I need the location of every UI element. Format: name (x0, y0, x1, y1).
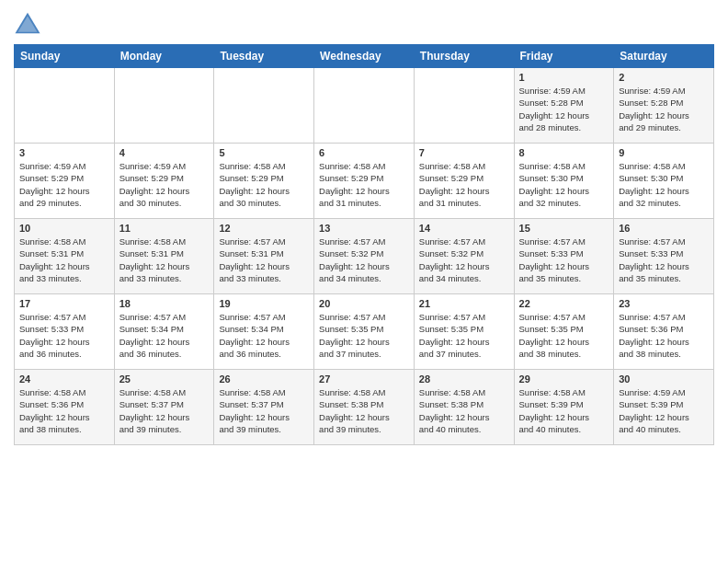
day-info: Sunrise: 4:58 AM Sunset: 5:39 PM Dayligh… (519, 386, 609, 435)
day-number: 18 (119, 298, 210, 309)
cell-week3-day1: 11Sunrise: 4:58 AM Sunset: 5:31 PM Dayli… (114, 219, 214, 294)
header-friday: Friday (514, 45, 614, 68)
day-number: 16 (619, 223, 709, 234)
day-info: Sunrise: 4:57 AM Sunset: 5:36 PM Dayligh… (619, 311, 709, 360)
cell-week3-day5: 15Sunrise: 4:57 AM Sunset: 5:33 PM Dayli… (514, 219, 614, 294)
cell-week4-day1: 18Sunrise: 4:57 AM Sunset: 5:34 PM Dayli… (114, 294, 214, 370)
day-info: Sunrise: 4:58 AM Sunset: 5:30 PM Dayligh… (519, 160, 609, 209)
cell-week3-day3: 13Sunrise: 4:57 AM Sunset: 5:32 PM Dayli… (314, 219, 415, 294)
cell-week4-day2: 19Sunrise: 4:57 AM Sunset: 5:34 PM Dayli… (214, 294, 314, 370)
day-number: 2 (619, 72, 709, 83)
day-number: 28 (419, 373, 509, 385)
cell-week1-day5: 1Sunrise: 4:59 AM Sunset: 5:28 PM Daylig… (514, 68, 614, 144)
day-number: 17 (19, 298, 109, 309)
day-number: 7 (419, 147, 509, 158)
logo-icon (14, 9, 41, 37)
day-info: Sunrise: 4:57 AM Sunset: 5:35 PM Dayligh… (319, 311, 409, 360)
day-info: Sunrise: 4:58 AM Sunset: 5:38 PM Dayligh… (319, 386, 409, 435)
cell-week4-day4: 21Sunrise: 4:57 AM Sunset: 5:35 PM Dayli… (414, 294, 514, 370)
day-info: Sunrise: 4:57 AM Sunset: 5:31 PM Dayligh… (219, 236, 309, 284)
cell-week1-day2 (214, 68, 314, 144)
weekday-header-row: Sunday Monday Tuesday Wednesday Thursday… (15, 45, 714, 68)
day-number: 26 (219, 373, 309, 385)
cell-week4-day5: 22Sunrise: 4:57 AM Sunset: 5:35 PM Dayli… (514, 294, 614, 370)
day-info: Sunrise: 4:59 AM Sunset: 5:29 PM Dayligh… (119, 160, 210, 209)
day-number: 22 (519, 298, 609, 309)
cell-week5-day6: 30Sunrise: 4:59 AM Sunset: 5:39 PM Dayli… (614, 370, 714, 445)
week-row-4: 17Sunrise: 4:57 AM Sunset: 5:33 PM Dayli… (15, 294, 714, 370)
header-saturday: Saturday (614, 45, 714, 68)
day-info: Sunrise: 4:57 AM Sunset: 5:33 PM Dayligh… (19, 311, 109, 360)
day-number: 3 (19, 147, 109, 158)
header-sunday: Sunday (15, 45, 115, 68)
cell-week5-day3: 27Sunrise: 4:58 AM Sunset: 5:38 PM Dayli… (314, 370, 415, 445)
cell-week2-day4: 7Sunrise: 4:58 AM Sunset: 5:29 PM Daylig… (414, 144, 514, 219)
week-row-3: 10Sunrise: 4:58 AM Sunset: 5:31 PM Dayli… (15, 219, 714, 294)
day-number: 27 (319, 373, 409, 385)
day-info: Sunrise: 4:58 AM Sunset: 5:31 PM Dayligh… (19, 236, 109, 284)
cell-week3-day4: 14Sunrise: 4:57 AM Sunset: 5:32 PM Dayli… (414, 219, 514, 294)
header-wednesday: Wednesday (314, 45, 415, 68)
day-number: 5 (219, 147, 309, 158)
day-info: Sunrise: 4:59 AM Sunset: 5:39 PM Dayligh… (619, 386, 709, 435)
cell-week2-day5: 8Sunrise: 4:58 AM Sunset: 5:30 PM Daylig… (514, 144, 614, 219)
week-row-5: 24Sunrise: 4:58 AM Sunset: 5:36 PM Dayli… (15, 370, 714, 445)
cell-week1-day1 (114, 68, 214, 144)
week-row-1: 1Sunrise: 4:59 AM Sunset: 5:28 PM Daylig… (15, 68, 714, 144)
day-info: Sunrise: 4:57 AM Sunset: 5:32 PM Dayligh… (419, 236, 509, 284)
day-info: Sunrise: 4:57 AM Sunset: 5:35 PM Dayligh… (419, 311, 509, 360)
day-info: Sunrise: 4:57 AM Sunset: 5:35 PM Dayligh… (519, 311, 609, 360)
day-info: Sunrise: 4:58 AM Sunset: 5:37 PM Dayligh… (119, 386, 210, 435)
cell-week2-day1: 4Sunrise: 4:59 AM Sunset: 5:29 PM Daylig… (114, 144, 214, 219)
day-info: Sunrise: 4:57 AM Sunset: 5:32 PM Dayligh… (319, 236, 409, 284)
logo (14, 9, 45, 37)
day-info: Sunrise: 4:58 AM Sunset: 5:29 PM Dayligh… (319, 160, 409, 209)
day-number: 4 (119, 147, 210, 158)
cell-week2-day3: 6Sunrise: 4:58 AM Sunset: 5:29 PM Daylig… (314, 144, 415, 219)
cell-week4-day3: 20Sunrise: 4:57 AM Sunset: 5:35 PM Dayli… (314, 294, 415, 370)
cell-week4-day6: 23Sunrise: 4:57 AM Sunset: 5:36 PM Dayli… (614, 294, 714, 370)
day-info: Sunrise: 4:59 AM Sunset: 5:28 PM Dayligh… (519, 85, 609, 133)
day-number: 15 (519, 223, 609, 234)
header-tuesday: Tuesday (214, 45, 314, 68)
day-number: 29 (519, 373, 609, 385)
day-number: 20 (319, 298, 409, 309)
calendar-table: Sunday Monday Tuesday Wednesday Thursday… (14, 44, 714, 445)
day-info: Sunrise: 4:58 AM Sunset: 5:38 PM Dayligh… (419, 386, 509, 435)
day-number: 6 (319, 147, 409, 158)
day-number: 30 (619, 373, 709, 385)
day-info: Sunrise: 4:58 AM Sunset: 5:29 PM Dayligh… (219, 160, 309, 209)
day-number: 1 (519, 72, 609, 83)
day-info: Sunrise: 4:58 AM Sunset: 5:37 PM Dayligh… (219, 386, 309, 435)
day-number: 12 (219, 223, 309, 234)
day-number: 9 (619, 147, 709, 158)
day-number: 25 (119, 373, 210, 385)
cell-week2-day0: 3Sunrise: 4:59 AM Sunset: 5:29 PM Daylig… (15, 144, 115, 219)
header-thursday: Thursday (414, 45, 514, 68)
day-number: 13 (319, 223, 409, 234)
day-info: Sunrise: 4:58 AM Sunset: 5:31 PM Dayligh… (119, 236, 210, 284)
cell-week5-day4: 28Sunrise: 4:58 AM Sunset: 5:38 PM Dayli… (414, 370, 514, 445)
day-number: 21 (419, 298, 509, 309)
day-info: Sunrise: 4:57 AM Sunset: 5:33 PM Dayligh… (619, 236, 709, 284)
header-monday: Monday (114, 45, 214, 68)
cell-week2-day2: 5Sunrise: 4:58 AM Sunset: 5:29 PM Daylig… (214, 144, 314, 219)
day-info: Sunrise: 4:59 AM Sunset: 5:28 PM Dayligh… (619, 85, 709, 133)
cell-week1-day6: 2Sunrise: 4:59 AM Sunset: 5:28 PM Daylig… (614, 68, 714, 144)
cell-week5-day0: 24Sunrise: 4:58 AM Sunset: 5:36 PM Dayli… (15, 370, 115, 445)
day-number: 19 (219, 298, 309, 309)
cell-week1-day0 (15, 68, 115, 144)
day-number: 23 (619, 298, 709, 309)
cell-week3-day0: 10Sunrise: 4:58 AM Sunset: 5:31 PM Dayli… (15, 219, 115, 294)
day-info: Sunrise: 4:58 AM Sunset: 5:30 PM Dayligh… (619, 160, 709, 209)
cell-week3-day2: 12Sunrise: 4:57 AM Sunset: 5:31 PM Dayli… (214, 219, 314, 294)
cell-week1-day3 (314, 68, 415, 144)
day-info: Sunrise: 4:58 AM Sunset: 5:29 PM Dayligh… (419, 160, 509, 209)
day-number: 24 (19, 373, 109, 385)
week-row-2: 3Sunrise: 4:59 AM Sunset: 5:29 PM Daylig… (15, 144, 714, 219)
cell-week2-day6: 9Sunrise: 4:58 AM Sunset: 5:30 PM Daylig… (614, 144, 714, 219)
header (14, 9, 714, 37)
day-number: 8 (519, 147, 609, 158)
day-number: 11 (119, 223, 210, 234)
cell-week5-day2: 26Sunrise: 4:58 AM Sunset: 5:37 PM Dayli… (214, 370, 314, 445)
